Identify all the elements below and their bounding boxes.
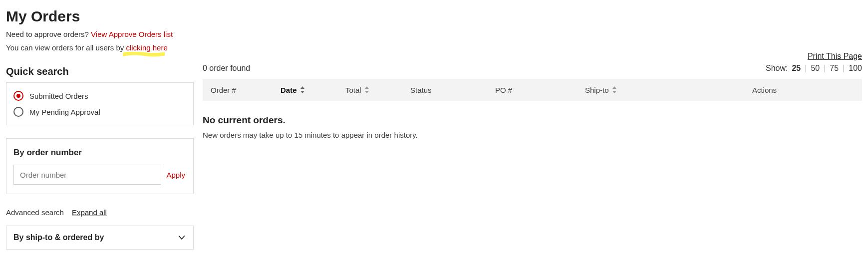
sort-icon	[364, 86, 369, 93]
empty-title: No current orders.	[203, 115, 862, 126]
page-size-100[interactable]: 100	[849, 64, 862, 73]
approve-text: Need to approve orders? View Approve Ord…	[6, 30, 862, 38]
by-order-number-heading: By order number	[13, 148, 186, 158]
print-page-link[interactable]: Print This Page	[808, 52, 862, 61]
approve-orders-link[interactable]: View Approve Orders list	[91, 30, 173, 38]
advanced-search-label: Advanced search	[6, 208, 64, 217]
filter-submitted-orders[interactable]: Submitted Orders	[13, 88, 186, 104]
empty-state: No current orders. New orders may take u…	[203, 101, 862, 139]
approve-prefix: Need to approve orders?	[6, 30, 91, 38]
all-users-text: You can view orders for all users by cli…	[6, 43, 862, 52]
sort-icon	[300, 86, 305, 93]
filter-pending-approval[interactable]: My Pending Approval	[13, 104, 186, 120]
quick-search-card: Submitted Orders My Pending Approval	[6, 82, 194, 125]
col-date[interactable]: Date	[281, 86, 345, 94]
accordion-shipto-orderedby[interactable]: By ship-to & ordered by	[6, 226, 194, 250]
all-users-link[interactable]: clicking here	[126, 43, 167, 52]
expand-all-link[interactable]: Expand all	[72, 208, 107, 217]
page-size-75[interactable]: 75	[830, 64, 839, 73]
page-title: My Orders	[6, 8, 862, 25]
page-size-25[interactable]: 25	[792, 64, 801, 73]
order-number-input[interactable]	[13, 165, 161, 185]
col-order-number[interactable]: Order #	[211, 86, 281, 94]
show-label: Show:	[766, 64, 788, 73]
apply-button[interactable]: Apply	[165, 171, 186, 179]
radio-selected-icon	[13, 91, 23, 101]
col-shipto[interactable]: Ship-to	[585, 86, 675, 94]
sort-icon	[612, 86, 617, 93]
quick-search-heading: Quick search	[6, 66, 194, 77]
col-actions: Actions	[675, 86, 854, 94]
col-status[interactable]: Status	[410, 86, 495, 94]
results-count: 0 order found	[203, 64, 250, 73]
col-total[interactable]: Total	[345, 86, 410, 94]
by-order-number-card: By order number Apply	[6, 138, 194, 194]
radio-unselected-icon	[13, 107, 23, 117]
col-po[interactable]: PO #	[495, 86, 585, 94]
page-size-group: Show: 25 | 50 | 75 | 100	[766, 64, 862, 73]
highlight-annotation-icon	[123, 52, 164, 57]
chevron-down-icon	[177, 233, 186, 242]
filter-pending-label: My Pending Approval	[29, 108, 100, 116]
empty-text: New orders may take up to 15 minutes to …	[203, 131, 862, 139]
accordion-shipto-label: By ship-to & ordered by	[13, 233, 104, 242]
all-users-prefix: You can view orders for all users by	[6, 43, 126, 52]
orders-table-header: Order # Date Total S	[203, 79, 862, 101]
page-size-50[interactable]: 50	[811, 64, 820, 73]
filter-submitted-label: Submitted Orders	[29, 92, 88, 100]
